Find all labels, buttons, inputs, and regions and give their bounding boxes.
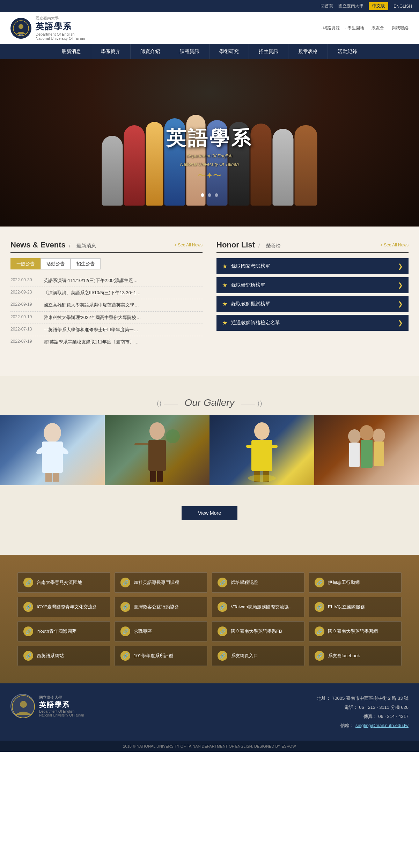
quick-link-0[interactable]: 網路資源 — [321, 25, 340, 31]
gallery-img-3[interactable] — [314, 415, 419, 485]
honor-header: Honor List / 榮譽榜 See All News — [216, 240, 409, 253]
link-label-8: iYouth青年國際圓夢 — [37, 628, 76, 635]
gallery-section: ⟨⟨ —— Our Gallery —— ⟩⟩ — [0, 376, 419, 555]
link-item-1[interactable]: 🔗 加社英語專長專門課程 — [115, 572, 207, 593]
quick-link-1[interactable]: 學生園地 — [345, 25, 364, 31]
news-list: 2022-09-30 英語系演講-111/10/12(三)下午2:00(演講主題… — [10, 275, 203, 348]
quick-link-2[interactable]: 系友會 — [369, 25, 384, 31]
link-icon-2: 🔗 — [218, 578, 227, 587]
news-date-3: 2022-09-19 — [10, 314, 40, 319]
news-item-3[interactable]: 2022-09-19 雅東科技大學辦理'2022全國高中暨嶄大專院校臺灣礼等書包… — [10, 312, 203, 324]
news-item-2[interactable]: 2022-09-19 國立高雄師範大學英語系與中堤芭蕾英美文學會共同主持第30屆… — [10, 299, 203, 311]
news-item-4[interactable]: 2022-07-13 ---英語學系大學部和進修學士班III學年度第一學期課表公… — [10, 324, 203, 336]
gallery-images — [0, 415, 419, 485]
honor-star-1: ★ — [222, 281, 228, 289]
nav-item-1[interactable]: 學系簡介 — [91, 44, 131, 59]
performer-3 — [146, 122, 163, 206]
gallery-title: Our Gallery — [184, 397, 234, 408]
dept-name-en1: Department Of English — [36, 32, 85, 36]
news-section: News & Events / 最新消息 See All News 一般公告 活… — [10, 240, 203, 348]
topbar-lang-zh[interactable]: 中文版 — [369, 2, 388, 10]
link-item-13[interactable]: 🔗 101學年度系所評鑑 — [115, 646, 207, 666]
news-title-0: 英語系演講-111/10/12(三)下午2:00(演講主題：從新聞系到由煤體-從… — [44, 277, 141, 284]
link-item-8[interactable]: 🔗 iYouth青年國際圓夢 — [17, 621, 110, 641]
footer-bottom: 2018 © NATIONAL UNIVERSITY OF TAINAN DEP… — [0, 741, 419, 752]
hero-title-en: Department Of English — [166, 152, 253, 160]
performer-8 — [251, 124, 272, 206]
news-item-5[interactable]: 2022-07-19 賀!英語學系畢業校友錄取111年度〔臺南市〕國民小學教師甄… — [10, 336, 203, 348]
nav-item-4[interactable]: 學術研究 — [210, 44, 249, 59]
honor-item-1[interactable]: ★ 錄取研究所榜單 ❯ — [216, 277, 409, 293]
honor-star-0: ★ — [222, 262, 228, 270]
gallery-img-1[interactable] — [105, 415, 210, 485]
news-item-0[interactable]: 2022-09-30 英語系演講-111/10/12(三)下午2:00(演講主題… — [10, 275, 203, 287]
link-icon-1: 🔗 — [120, 578, 130, 587]
link-icon-9: 🔗 — [120, 626, 130, 636]
news-title-2: 國立高雄師範大學英語系與中堤芭蕾英美文學會共同主持第30屆英美文學學術... — [44, 302, 141, 308]
footer-school: 國立臺南大學 — [39, 695, 84, 700]
view-more-button[interactable]: View More — [182, 506, 237, 520]
link-item-10[interactable]: 🔗 國立臺南大學英語學系FB — [212, 621, 304, 641]
link-item-2[interactable]: 🔗 師培學程認證 — [212, 572, 304, 593]
link-item-5[interactable]: 🔗 臺灣微客公益行動協會 — [115, 597, 207, 617]
news-title-5: 賀!英語學系畢業校友錄取111年度〔臺南市〕國民小學教師甄試英語教師。 — [44, 339, 141, 345]
honor-title: Honor List — [216, 240, 255, 249]
tab-recruit[interactable]: 招生公告 — [71, 258, 101, 269]
news-item-1[interactable]: 2022-09-23 〔演講取消〕英語系之III/10/5(三)下午13:30~… — [10, 287, 203, 299]
gallery-decor-right: —— ⟩⟩ — [241, 400, 263, 407]
link-item-9[interactable]: 🔗 求職專區 — [115, 621, 207, 641]
hero-dots — [201, 193, 218, 197]
footer-logo-circle — [10, 694, 35, 718]
hero-dot-2[interactable] — [208, 193, 211, 197]
svg-rect-14 — [157, 471, 163, 482]
tab-activity[interactable]: 活動公告 — [41, 258, 71, 269]
footer-email-value[interactable]: singling@mail.nutn.edu.tw — [355, 723, 409, 728]
nav-item-6[interactable]: 規章表格 — [288, 44, 328, 59]
honor-label-1: 錄取研究所榜單 — [231, 282, 265, 288]
svg-point-9 — [149, 422, 165, 440]
honor-item-0[interactable]: ★ 錄取國家考試榜單 ❯ — [216, 258, 409, 274]
nav-item-7[interactable]: 活動紀錄 — [328, 44, 367, 59]
link-item-14[interactable]: 🔗 系友網頁入口 — [212, 646, 304, 666]
link-item-15[interactable]: 🔗 系友會facebook — [309, 646, 402, 666]
link-item-11[interactable]: 🔗 國立臺南大學英語學習網 — [309, 621, 402, 641]
honor-see-all[interactable]: See All News — [380, 243, 409, 247]
hero-dot-3[interactable] — [215, 193, 218, 197]
news-date-1: 2022-09-23 — [10, 290, 40, 295]
topbar-school-link[interactable]: 國立臺南大學 — [338, 3, 363, 9]
news-title-area: News & Events / 最新消息 — [10, 240, 96, 250]
link-item-12[interactable]: 🔗 西英語系網站 — [17, 646, 110, 666]
news-see-all[interactable]: See All News — [174, 243, 203, 247]
svg-rect-11 — [148, 440, 166, 471]
svg-rect-7 — [45, 473, 52, 482]
svg-point-24 — [373, 429, 385, 443]
link-item-6[interactable]: 🔗 VTaiwan志願服務國際交流協... — [212, 597, 304, 617]
link-label-10: 國立臺南大學英語學系FB — [231, 628, 282, 635]
nav-item-2[interactable]: 師資介紹 — [131, 44, 170, 59]
link-item-3[interactable]: 🔗 伊甸志工行動網 — [309, 572, 402, 593]
footer-tel-label: 電話： — [344, 705, 358, 710]
nav-item-3[interactable]: 課程資訊 — [170, 44, 210, 59]
links-grid: 🔗 台南大學意見交流園地 🔗 加社英語專長專門課程 🔗 師培學程認證 🔗 伊甸志… — [17, 572, 402, 666]
svg-rect-17 — [246, 445, 253, 448]
nav-item-0[interactable]: 最新消息 — [52, 44, 91, 59]
nav-item-5[interactable]: 招生資訊 — [249, 44, 288, 59]
link-item-0[interactable]: 🔗 台南大學意見交流園地 — [17, 572, 110, 593]
quick-link-3[interactable]: 與我聯絡 — [389, 25, 409, 31]
footer: 國立臺南大學 英語學系 Department Of English Nation… — [0, 683, 419, 741]
gallery-img-2[interactable] — [210, 415, 314, 485]
topbar-lang-en[interactable]: ENGLISH — [394, 4, 412, 9]
svg-rect-23 — [349, 443, 360, 467]
link-label-1: 加社英語專長專門課程 — [134, 579, 179, 586]
hero-dot-1[interactable] — [201, 193, 204, 197]
honor-item-2[interactable]: ★ 錄取教師甄試榜單 ❯ — [216, 296, 409, 312]
gallery-img-0[interactable] — [0, 415, 105, 485]
svg-rect-10 — [134, 443, 148, 445]
link-icon-0: 🔗 — [23, 578, 33, 587]
topbar-home-link[interactable]: 回首頁 — [321, 3, 333, 9]
link-item-7[interactable]: 🔗 ELIV以立國際服務 — [309, 597, 402, 617]
link-item-4[interactable]: 🔗 ICYE臺灣國際青年文化交流會 — [17, 597, 110, 617]
tab-general[interactable]: 一般公告 — [10, 258, 41, 269]
honor-item-3[interactable]: ★ 通過教師資格檢定名單 ❯ — [216, 315, 409, 331]
link-icon-5: 🔗 — [120, 602, 130, 612]
